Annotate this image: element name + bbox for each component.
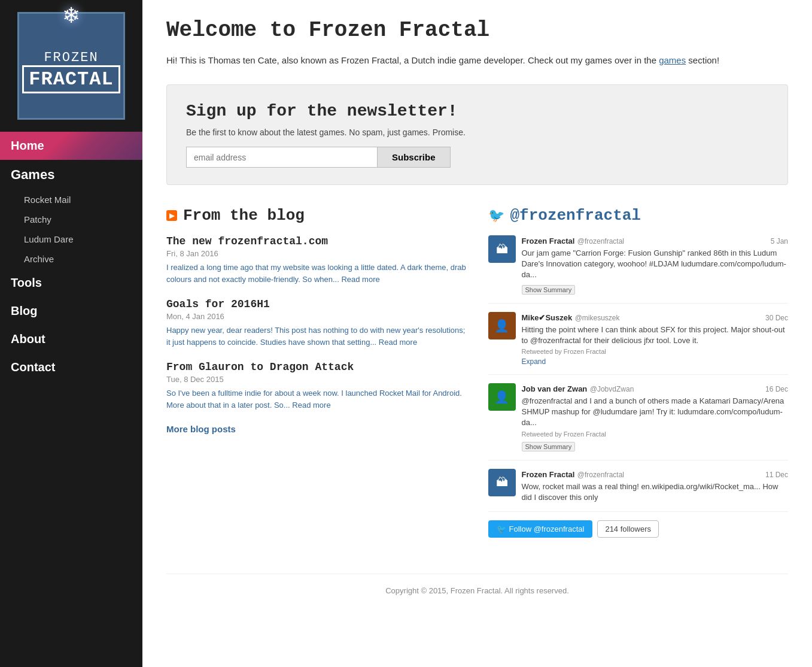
follow-button-label: Follow @frozenfractal <box>509 524 585 533</box>
blog-column: ▶ From the blog The new frozenfractal.co… <box>166 207 467 538</box>
email-input[interactable] <box>186 147 378 168</box>
tweet-2-text: Hitting the point where I can think abou… <box>522 325 789 346</box>
tweet-2-action[interactable]: Expand <box>522 357 789 366</box>
tweet-1-avatar: 🏔 <box>488 235 516 263</box>
sidebar-item-home[interactable]: Home <box>0 132 142 160</box>
tweet-3-content: Job van der Zwan @JobvdZwan 16 Dec @froz… <box>522 383 789 451</box>
sidebar-item-contact[interactable]: Contact <box>0 353 142 381</box>
two-column-layout: ▶ From the blog The new frozenfractal.co… <box>166 207 788 538</box>
tweet-2-avatar: 👤 <box>488 312 516 339</box>
twitter-section-header: 🐦 @frozenfractal <box>488 207 789 225</box>
subscribe-button[interactable]: Subscribe <box>378 147 451 168</box>
tweet-3-text: @frozenfractal and I and a bunch of othe… <box>522 396 789 429</box>
intro-text-before: Hi! This is Thomas ten Cate, also known … <box>166 55 659 65</box>
tweet-4: 🏔 Frozen Fractal @frozenfractal 11 Dec W… <box>488 469 789 512</box>
sidebar-nav: Home Games Rocket Mail Patchy Ludum Dare… <box>0 132 142 381</box>
tweet-4-date: 11 Dec <box>765 471 788 479</box>
snowflake-icon: ❄ <box>62 3 80 28</box>
main-content: Welcome to Frozen Fractal Hi! This is Th… <box>142 0 812 667</box>
blog-post-2: Goals for 2016H1 Mon, 4 Jan 2016 Happy n… <box>166 298 467 348</box>
tweet-2: 👤 Mike✔Suszek @mikesuszek 30 Dec Hitting… <box>488 312 789 375</box>
blog-section-header: ▶ From the blog <box>166 207 467 225</box>
sidebar-item-tools[interactable]: Tools <box>0 269 142 297</box>
twitter-follow-bar: 🐦 Follow @frozenfractal 214 followers <box>488 520 789 538</box>
sidebar: ❄ frozen fractal Home Games Rocket Mail … <box>0 0 142 667</box>
tweet-1: 🏔 Frozen Fractal @frozenfractal 5 Jan Ou… <box>488 235 789 304</box>
logo-frozen-text: frozen <box>44 50 98 65</box>
tweet-3-retweet: Retweeted by Frozen Fractal <box>522 430 789 438</box>
tweet-4-avatar: 🏔 <box>488 469 516 496</box>
twitter-bird-icon: 🐦 <box>488 208 504 223</box>
blog-post-1-excerpt: I realized a long time ago that my websi… <box>166 262 467 285</box>
blog-post-3-date: Tue, 8 Dec 2015 <box>166 375 467 384</box>
tweet-1-content: Frozen Fractal @frozenfractal 5 Jan Our … <box>522 235 789 295</box>
logo-fractal-text: fractal <box>22 65 120 93</box>
logo-box: ❄ frozen fractal <box>17 12 125 120</box>
blog-post-2-title: Goals for 2016H1 <box>166 298 467 310</box>
tweet-3-handle: @JobvdZwan <box>590 385 634 393</box>
tweet-1-handle: @frozenfractal <box>577 237 624 245</box>
blog-post-2-excerpt: Happy new year, dear readers! This post … <box>166 325 467 348</box>
sidebar-item-patchy[interactable]: Patchy <box>0 210 142 229</box>
tweet-3-action: Show Summary <box>522 440 789 451</box>
blog-post-3-read-more[interactable]: Read more <box>292 401 330 410</box>
blog-post-1-read-more[interactable]: Read more <box>341 275 379 284</box>
twitter-follow-icon: 🐦 <box>497 524 506 533</box>
copyright-text: Copyright © 2015, Frozen Fractal. All ri… <box>385 586 569 595</box>
tweet-4-text: Wow, rocket mail was a real thing! en.wi… <box>522 481 789 503</box>
tweet-4-user: Frozen Fractal <box>522 470 575 479</box>
intro-paragraph: Hi! This is Thomas ten Cate, also known … <box>166 53 788 68</box>
blog-section-title: From the blog <box>183 207 305 225</box>
blog-post-1: The new frozenfractal.com Fri, 8 Jan 201… <box>166 235 467 285</box>
tweet-3-avatar: 👤 <box>488 383 516 411</box>
logo-area: ❄ frozen fractal <box>0 0 142 132</box>
tweet-3-user: Job van der Zwan <box>522 384 588 393</box>
sidebar-item-blog[interactable]: Blog <box>0 297 142 325</box>
page-title: Welcome to Frozen Fractal <box>166 18 788 43</box>
tweet-1-action: Show Summary <box>522 283 789 295</box>
tweet-2-handle: @mikesuszek <box>575 314 620 322</box>
tweet-1-text: Our jam game "Carrion Forge: Fusion Guns… <box>522 248 789 281</box>
blog-post-3-excerpt: So I've been a fulltime indie for about … <box>166 387 467 411</box>
tweet-4-handle: @frozenfractal <box>577 471 624 479</box>
blog-post-1-title: The new frozenfractal.com <box>166 235 467 247</box>
intro-text-after: section! <box>686 55 719 65</box>
follow-button[interactable]: 🐦 Follow @frozenfractal <box>488 520 593 538</box>
tweet-2-content: Mike✔Suszek @mikesuszek 30 Dec Hitting t… <box>522 312 789 366</box>
rss-icon: ▶ <box>166 210 177 221</box>
newsletter-box: Sign up for the newsletter! Be the first… <box>166 84 788 185</box>
blog-post-2-read-more[interactable]: Read more <box>379 338 417 347</box>
games-link[interactable]: games <box>659 55 686 65</box>
sidebar-item-about[interactable]: About <box>0 325 142 353</box>
tweet-4-content: Frozen Fractal @frozenfractal 11 Dec Wow… <box>522 469 789 503</box>
blog-post-1-date: Fri, 8 Jan 2016 <box>166 249 467 258</box>
newsletter-title: Sign up for the newsletter! <box>186 102 768 120</box>
sidebar-item-ludum-dare[interactable]: Ludum Dare <box>0 229 142 249</box>
tweet-2-retweet: Retweeted by Frozen Fractal <box>522 348 789 355</box>
followers-count: 214 followers <box>597 520 659 538</box>
twitter-column: 🐦 @frozenfractal 🏔 Frozen Fractal @froze… <box>488 207 789 538</box>
sidebar-item-games[interactable]: Games <box>0 160 142 190</box>
sidebar-item-rocket-mail[interactable]: Rocket Mail <box>0 190 142 210</box>
page-footer: Copyright © 2015, Frozen Fractal. All ri… <box>166 574 788 595</box>
tweet-1-date: 5 Jan <box>771 237 788 245</box>
tweet-3-header: Job van der Zwan @JobvdZwan 16 Dec <box>522 383 789 394</box>
tweet-4-header: Frozen Fractal @frozenfractal 11 Dec <box>522 469 789 480</box>
blog-post-2-date: Mon, 4 Jan 2016 <box>166 312 467 321</box>
tweet-2-date: 30 Dec <box>765 314 788 322</box>
tweet-1-header: Frozen Fractal @frozenfractal 5 Jan <box>522 235 789 246</box>
tweet-3-date: 16 Dec <box>765 385 788 393</box>
newsletter-form: Subscribe <box>186 147 768 168</box>
blog-post-3: From Glauron to Dragon Attack Tue, 8 Dec… <box>166 361 467 411</box>
tweet-2-user: Mike✔Suszek <box>522 313 573 322</box>
sidebar-item-archive[interactable]: Archive <box>0 249 142 269</box>
newsletter-description: Be the first to know about the latest ga… <box>186 128 768 137</box>
tweet-1-user: Frozen Fractal <box>522 237 575 245</box>
tweet-2-header: Mike✔Suszek @mikesuszek 30 Dec <box>522 312 789 323</box>
tweet-3: 👤 Job van der Zwan @JobvdZwan 16 Dec @fr… <box>488 383 789 460</box>
blog-post-3-title: From Glauron to Dragon Attack <box>166 361 467 373</box>
more-blog-posts-link[interactable]: More blog posts <box>166 424 467 434</box>
twitter-handle-link[interactable]: @frozenfractal <box>510 207 641 225</box>
